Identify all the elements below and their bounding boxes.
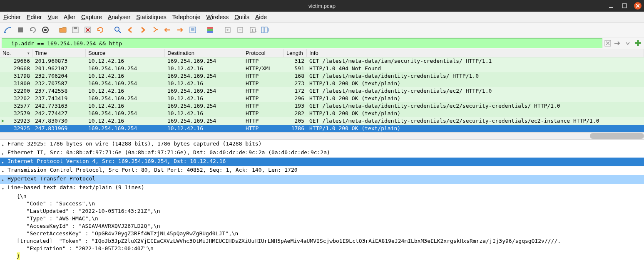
save-file-button[interactable] — [70, 25, 81, 35]
body-code[interactable]: "Code" : "Success",\n — [0, 200, 644, 207]
packet-row[interactable]: 32200237.74255810.12.42.16169.254.169.25… — [0, 87, 644, 95]
packet-cell: 29668 — [0, 65, 32, 72]
column-source[interactable]: Source — [86, 49, 165, 57]
menu-wireless[interactable]: Wireless — [206, 14, 229, 20]
resize-columns-button[interactable] — [260, 25, 271, 35]
menu-analyser[interactable]: Analyser — [108, 14, 130, 20]
packet-row[interactable]: 31800232.707587169.254.169.25410.12.42.1… — [0, 80, 644, 87]
close-file-button[interactable] — [82, 25, 93, 35]
filter-apply-button[interactable] — [613, 39, 622, 48]
body-token[interactable]: [truncated] "Token" : "IQoJb3JpZ2luX2VjE… — [0, 237, 644, 245]
body-secretaccesskey[interactable]: "SecretAccessKey" : "OpGR4v70ygZ3RFf4WTz… — [0, 230, 644, 237]
go-last-button[interactable] — [175, 25, 186, 35]
filter-recent-button[interactable] — [623, 39, 632, 48]
packet-cell: 169.254.169.254 — [86, 95, 165, 102]
display-filter-input[interactable] — [2, 38, 602, 48]
packet-row[interactable]: 29668201.962107169.254.169.25410.12.42.1… — [0, 65, 644, 72]
filter-add-button[interactable]: ✚ — [633, 39, 642, 48]
menubar: Fichier Editer Vue Aller Capture Analyse… — [0, 12, 644, 23]
menu-aide[interactable]: Aide — [255, 14, 267, 20]
packet-cell: 31800 — [0, 80, 32, 87]
packet-list-hscrollbar[interactable] — [0, 132, 644, 139]
stop-capture-button[interactable] — [15, 25, 26, 35]
menu-outils[interactable]: Outils — [234, 14, 249, 20]
detail-ip[interactable]: ▸Internet Protocol Version 4, Src: 169.2… — [0, 158, 644, 166]
column-time[interactable]: Time — [32, 49, 86, 57]
menu-capture[interactable]: Capture — [81, 14, 102, 20]
detail-http[interactable]: ▸Hypertext Transfer Protocol — [0, 175, 644, 184]
window-maximize-button[interactable] — [621, 2, 628, 10]
packet-cell: 169.254.169.254 — [86, 125, 165, 132]
go-next-button[interactable] — [137, 25, 148, 35]
go-prev-button[interactable] — [125, 25, 136, 35]
column-protocol[interactable]: Protocol — [243, 49, 284, 57]
menu-telephonie[interactable]: Telephonie — [172, 14, 201, 20]
go-to-packet-button[interactable] — [150, 25, 161, 35]
zoom-reset-button[interactable]: 1:1 — [247, 25, 258, 35]
menu-vue[interactable]: Vue — [48, 14, 58, 20]
reload-file-button[interactable] — [95, 25, 106, 35]
body-type[interactable]: "Type" : "AWS-HMAC",\n — [0, 215, 644, 222]
packet-cell: GET /latest/meta-data/identity-credentia… — [307, 72, 644, 80]
packet-cell: 237.743419 — [32, 95, 86, 102]
packet-cell: 205 — [284, 117, 307, 125]
detail-frame[interactable]: ▸Frame 32925: 1786 bytes on wire (14288 … — [0, 140, 644, 149]
packet-row[interactable]: 32923247.83073010.12.42.16169.254.169.25… — [0, 117, 644, 125]
menu-statistiques[interactable]: Statistiques — [136, 14, 166, 20]
packet-cell: 193 — [284, 102, 307, 110]
window-minimize-button[interactable] — [607, 2, 615, 10]
body-close[interactable]: } — [0, 252, 644, 260]
packet-cell: HTTP — [243, 95, 284, 102]
menu-fichier[interactable]: Fichier — [3, 14, 21, 20]
packet-row[interactable]: 29666201.96087310.12.42.16169.254.169.25… — [0, 57, 644, 65]
packet-list-header[interactable]: No.▾ Time Source Destination Protocol Le… — [0, 49, 644, 57]
packet-cell: 32579 — [0, 110, 32, 117]
body-accesskeyid[interactable]: "AccessKeyId" : "ASIAV4AVRXQVJ267LD2Q",\… — [0, 222, 644, 230]
find-packet-button[interactable] — [112, 25, 123, 35]
window-titlebar: victim.pcap — [0, 0, 644, 12]
body-lastupdated[interactable]: "LastUpdated" : "2022-10-05T16:43:21Z",\… — [0, 207, 644, 215]
packet-cell: 10.12.42.16 — [86, 117, 165, 125]
packet-cell: 32200 — [0, 87, 32, 95]
packet-cell: 31798 — [0, 72, 32, 80]
menu-editer[interactable]: Editer — [27, 14, 42, 20]
packet-cell: 10.12.42.16 — [165, 125, 243, 132]
detail-lbtd[interactable]: ▾Line-based text data: text/plain (9 lin… — [0, 184, 644, 192]
column-no[interactable]: No.▾ — [0, 49, 32, 57]
packet-row[interactable]: 32202237.743419169.254.169.25410.12.42.1… — [0, 95, 644, 102]
colorize-button[interactable] — [205, 25, 216, 35]
body-expiration[interactable]: "Expiration" : "2022-10-05T23:00:40Z"\n — [0, 245, 644, 252]
packet-row[interactable]: 31798232.70620410.12.42.16169.254.169.25… — [0, 72, 644, 80]
zoom-out-button[interactable] — [235, 25, 246, 35]
capture-options-button[interactable] — [40, 25, 51, 35]
menu-aller[interactable]: Aller — [64, 14, 75, 20]
restart-capture-button[interactable] — [27, 25, 38, 35]
zoom-in-button[interactable] — [222, 25, 233, 35]
autoscroll-button[interactable] — [187, 25, 198, 35]
svg-rect-1 — [622, 4, 627, 8]
packet-row[interactable]: 32577242.77316310.12.42.16169.254.169.25… — [0, 102, 644, 110]
filter-clear-button[interactable] — [603, 39, 612, 48]
packet-row[interactable]: 32579242.774427169.254.169.25410.12.42.1… — [0, 110, 644, 117]
detail-ethernet[interactable]: ▸Ethernet II, Src: 0a:8b:af:97:71:6e (0a… — [0, 149, 644, 158]
window-close-button[interactable] — [634, 2, 642, 10]
svg-rect-19 — [261, 27, 264, 33]
column-info[interactable]: Info — [307, 49, 644, 57]
column-destination[interactable]: Destination — [165, 49, 243, 57]
packet-cell: GET /latest/meta-data/identity-credentia… — [307, 117, 644, 125]
svg-rect-12 — [207, 27, 213, 29]
packet-cell: HTTP/1.0 200 OK (text/plain) — [307, 95, 644, 102]
packet-row[interactable]: 32925247.831969169.254.169.25410.12.42.1… — [0, 125, 644, 132]
main-toolbar: 1:1 — [0, 23, 644, 37]
body-open[interactable]: {\n — [0, 192, 644, 200]
column-length[interactable]: Length — [284, 49, 307, 57]
packet-cell: HTTP — [243, 125, 284, 132]
packet-cell: 10.12.42.16 — [86, 87, 165, 95]
packet-cell: 201.960873 — [32, 57, 86, 65]
detail-tcp[interactable]: ▸Transmission Control Protocol, Src Port… — [0, 166, 644, 175]
start-capture-button[interactable] — [2, 25, 13, 35]
go-first-button[interactable] — [162, 25, 173, 35]
open-file-button[interactable] — [57, 25, 68, 35]
packet-cell: HTTP/1.0 200 OK (text/plain) — [307, 125, 644, 132]
svg-rect-0 — [609, 7, 613, 8]
